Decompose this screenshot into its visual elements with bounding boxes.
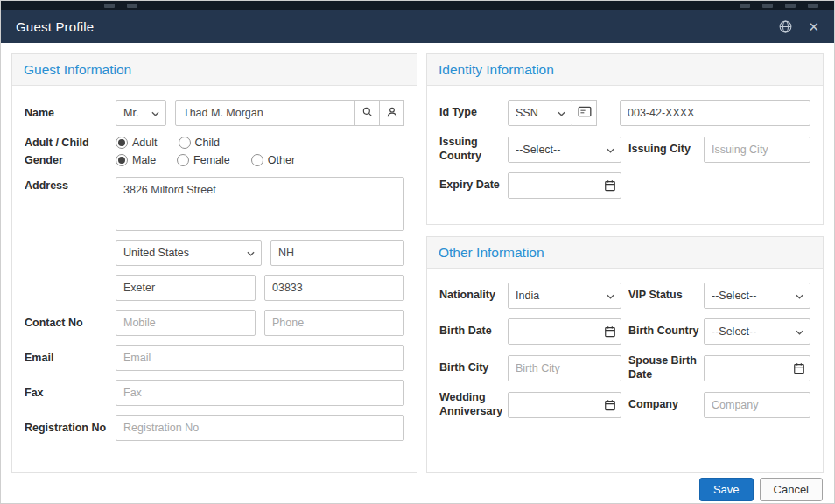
- other-information-panel: Other Information Nationality India VIP …: [426, 236, 824, 473]
- address-row: Address 3826 Milford Street: [25, 177, 404, 231]
- id-type-select-value: SSN: [516, 107, 538, 119]
- birth-country-label: Birth Country: [628, 325, 704, 339]
- title-select-value: Mr.: [123, 107, 138, 119]
- address-label: Address: [25, 177, 116, 192]
- guest-name-input[interactable]: [175, 100, 355, 126]
- calendar-icon[interactable]: [604, 399, 616, 411]
- radio-unchecked-icon: [179, 136, 191, 149]
- chevron-down-icon: [558, 111, 565, 116]
- title-select[interactable]: Mr.: [116, 100, 166, 126]
- expiry-date-row: Expiry Date: [439, 172, 810, 199]
- expiry-date-field: [508, 172, 621, 199]
- modal-body: Guest Information Name Mr.: [1, 43, 834, 473]
- issuing-country-select[interactable]: --Select--: [508, 136, 621, 163]
- cancel-button[interactable]: Cancel: [760, 478, 823, 501]
- radio-checked-icon: [116, 136, 128, 149]
- email-row: Email: [25, 345, 404, 371]
- country-select[interactable]: United States: [116, 240, 262, 266]
- scan-id-button[interactable]: [572, 100, 597, 126]
- chevron-down-icon: [796, 330, 803, 335]
- company-input[interactable]: [704, 392, 810, 418]
- registration-label: Registration No: [25, 422, 116, 434]
- guest-information-header: Guest Information: [12, 54, 417, 86]
- calendar-icon[interactable]: [604, 179, 616, 192]
- female-radio-label: Female: [193, 154, 230, 166]
- male-radio-label: Male: [132, 154, 156, 166]
- background-app-icon: [127, 4, 137, 8]
- city-zip-controls: [116, 275, 404, 301]
- guest-lookup-button[interactable]: [379, 100, 404, 126]
- id-number-input[interactable]: [620, 100, 810, 126]
- female-radio-option[interactable]: Female: [177, 154, 230, 166]
- spouse-birth-date-field: [704, 355, 810, 382]
- wedding-anniversary-row: Wedding Anniversary Company: [439, 391, 810, 418]
- guest-information-title: Guest Information: [24, 62, 131, 78]
- birth-city-input[interactable]: [508, 355, 621, 382]
- vip-status-select-value: --Select--: [712, 290, 756, 302]
- chevron-down-icon: [607, 294, 614, 299]
- guest-information-body: Name Mr.: [12, 86, 417, 472]
- adult-child-label: Adult / Child: [25, 136, 116, 149]
- city-input[interactable]: [116, 275, 256, 301]
- phone-input[interactable]: [264, 310, 404, 336]
- birth-country-select[interactable]: --Select--: [704, 318, 810, 345]
- gender-controls: Male Female Other: [116, 154, 404, 166]
- country-select-value: United States: [123, 247, 189, 259]
- globe-icon[interactable]: [778, 19, 793, 34]
- email-input[interactable]: [116, 345, 404, 371]
- issuing-country-label: Issuing Country: [439, 136, 508, 163]
- issuing-country-select-value: --Select--: [516, 144, 560, 156]
- spouse-birth-date-label: Spouse Birth Date: [628, 354, 704, 382]
- issuing-country-row: Issuing Country --Select-- Issuing City: [439, 136, 810, 163]
- modal-header: Guest Profile ✕: [1, 10, 834, 43]
- contact-row: Contact No: [25, 310, 404, 336]
- email-label: Email: [25, 352, 116, 364]
- search-icon: [361, 106, 374, 121]
- address-controls: 3826 Milford Street: [116, 177, 404, 231]
- guest-information-panel: Guest Information Name Mr.: [11, 53, 418, 473]
- nationality-select[interactable]: India: [508, 283, 621, 309]
- background-app-bar: [1, 1, 834, 10]
- other-information-body: Nationality India VIP Status --Select-- …: [427, 269, 823, 472]
- vip-status-select[interactable]: --Select--: [704, 283, 810, 309]
- issuing-city-label: Issuing City: [628, 143, 704, 157]
- registration-controls: [116, 415, 404, 441]
- id-type-select[interactable]: SSN: [508, 100, 572, 126]
- birth-date-row: Birth Date Birth Country --Select--: [439, 318, 810, 345]
- mobile-input[interactable]: [116, 310, 256, 336]
- calendar-icon[interactable]: [604, 326, 616, 338]
- issuing-city-input[interactable]: [704, 136, 810, 163]
- background-app-icon: [740, 4, 750, 8]
- birth-date-field: [508, 318, 621, 345]
- chevron-down-icon: [796, 294, 803, 299]
- radio-unchecked-icon: [177, 154, 189, 166]
- other-radio-option[interactable]: Other: [251, 154, 295, 166]
- birth-country-select-value: --Select--: [712, 326, 756, 338]
- address-textarea[interactable]: 3826 Milford Street: [116, 177, 404, 231]
- contact-label: Contact No: [25, 317, 116, 329]
- background-app-icon: [808, 4, 818, 8]
- child-radio-label: Child: [195, 136, 221, 149]
- right-column: Identity Information Id Type SSN: [426, 53, 824, 473]
- child-radio-option[interactable]: Child: [179, 136, 221, 149]
- registration-input[interactable]: [116, 415, 404, 441]
- state-input[interactable]: [270, 240, 404, 266]
- name-controls: Mr.: [116, 100, 404, 126]
- id-type-label: Id Type: [439, 106, 508, 120]
- gender-label: Gender: [25, 154, 116, 166]
- save-button[interactable]: Save: [699, 478, 754, 501]
- adult-child-row: Adult / Child Adult Child: [25, 136, 404, 149]
- search-guest-button[interactable]: [354, 100, 380, 126]
- other-information-title: Other Information: [439, 245, 544, 261]
- calendar-icon[interactable]: [793, 362, 805, 374]
- zip-input[interactable]: [264, 275, 404, 301]
- chevron-down-icon: [151, 111, 159, 116]
- adult-radio-option[interactable]: Adult: [116, 136, 158, 149]
- fax-input[interactable]: [116, 380, 404, 406]
- id-type-row: Id Type SSN: [439, 100, 810, 126]
- identity-information-panel: Identity Information Id Type SSN: [426, 53, 824, 225]
- close-icon[interactable]: ✕: [808, 20, 819, 33]
- male-radio-option[interactable]: Male: [116, 154, 156, 166]
- background-app-icon: [104, 4, 115, 8]
- modal-title: Guest Profile: [16, 19, 94, 34]
